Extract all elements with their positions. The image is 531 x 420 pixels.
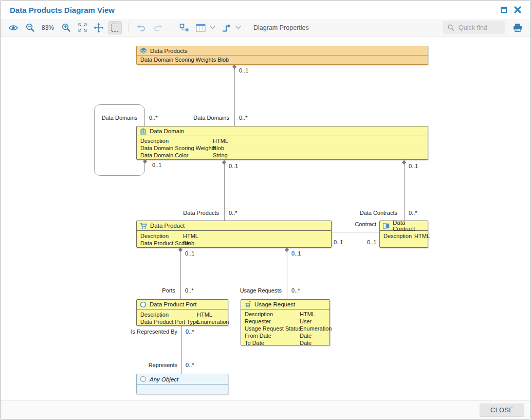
undo-button[interactable] bbox=[135, 21, 148, 34]
zoom-in-icon bbox=[61, 23, 71, 32]
entity-data-product-port[interactable]: Data Product Port DescriptionHTML Data P… bbox=[136, 299, 228, 326]
table-columns-icon bbox=[195, 23, 206, 33]
multiplicity-label: 0..* bbox=[186, 362, 194, 369]
attribute-row: RequesterUser bbox=[241, 318, 329, 325]
attribute-type: Enumeration bbox=[300, 325, 332, 332]
attribute-row: Data Domain ColorString bbox=[137, 152, 428, 159]
attribute-name: To Date bbox=[245, 340, 264, 346]
entity-data-contract[interactable]: Data Contract DescriptionHTML bbox=[379, 221, 428, 248]
attribute-type: Date bbox=[300, 332, 312, 339]
connector-domain-contract[interactable] bbox=[404, 160, 405, 221]
entity-data-product[interactable]: Data Product DescriptionHTML Data Produc… bbox=[136, 221, 332, 248]
attribute-type: Enumeration bbox=[197, 318, 229, 325]
connector-products-domain[interactable] bbox=[234, 65, 235, 126]
multiplicity-label: 0..1 bbox=[239, 67, 248, 74]
usage-cart-icon bbox=[244, 301, 251, 308]
connector-product-contract[interactable] bbox=[332, 232, 379, 232]
role-label: Data Products bbox=[168, 210, 219, 216]
empty-attribute-section bbox=[137, 385, 228, 394]
zoom-in-button[interactable] bbox=[59, 21, 72, 34]
close-window-button[interactable] bbox=[514, 6, 521, 13]
attribute-type: HTML bbox=[197, 311, 212, 318]
diagram-canvas[interactable]: 0..1 Data Domains 0..* Data Domains 0..*… bbox=[1, 36, 530, 400]
close-button[interactable]: CLOSE bbox=[480, 404, 524, 417]
entity-data-products[interactable]: Data Products Data Domain Scoring Weight… bbox=[136, 46, 428, 65]
search-icon bbox=[447, 24, 454, 31]
print-button[interactable] bbox=[511, 21, 524, 34]
multiplicity-label: 0..1 bbox=[152, 162, 161, 169]
multiplicity-label: 0..* bbox=[229, 210, 237, 216]
attribute-name: Requester bbox=[245, 318, 271, 324]
entity-title: Usage Request bbox=[254, 301, 295, 307]
attribute-name: Data Domain Color bbox=[140, 152, 189, 158]
attribute-text: Data Domain Scoring Weights Blob bbox=[140, 57, 229, 63]
attribute-type: Blob bbox=[213, 144, 224, 152]
attribute-type: User bbox=[300, 318, 312, 325]
pan-button[interactable] bbox=[92, 21, 105, 34]
diagram-toolbar: 83% bbox=[1, 19, 530, 36]
layers-icon bbox=[140, 47, 147, 54]
undo-icon bbox=[136, 23, 147, 32]
eye-icon bbox=[8, 23, 19, 33]
zoom-out-button[interactable] bbox=[23, 21, 36, 34]
attribute-type: HTML bbox=[300, 311, 315, 318]
connector-product-port[interactable] bbox=[180, 248, 181, 299]
entity-any-object[interactable]: Any Object bbox=[136, 374, 228, 394]
attribute-name: Description bbox=[140, 233, 169, 239]
role-label: Data Contracts bbox=[346, 210, 397, 216]
building-icon bbox=[140, 128, 147, 135]
close-icon bbox=[514, 6, 521, 13]
attribute-type: HTML bbox=[213, 137, 228, 144]
role-label: Usage Requests bbox=[235, 287, 282, 294]
quick-find-box[interactable] bbox=[443, 21, 505, 34]
role-label: Data Domains bbox=[94, 115, 145, 121]
dialog-title: Data Products Diagram View bbox=[10, 6, 115, 14]
chevron-down-icon bbox=[235, 25, 241, 30]
connector-domain-product[interactable] bbox=[224, 160, 225, 221]
connector-product-usage[interactable] bbox=[287, 248, 287, 299]
attribute-type: HTML bbox=[414, 233, 430, 239]
attribute-name: Data Product Port Type bbox=[140, 319, 199, 325]
attribute-row: DescriptionHTML bbox=[137, 137, 428, 144]
diagram-properties-button[interactable]: Diagram Properties bbox=[253, 24, 309, 31]
attribute-row: Data Product ScoreBlob bbox=[137, 240, 331, 247]
title-bar: Data Products Diagram View bbox=[1, 1, 530, 19]
table-view-dropdown[interactable] bbox=[208, 21, 216, 34]
composition-diamond bbox=[285, 248, 289, 252]
layout-icon bbox=[179, 23, 189, 33]
entity-title: Any Object bbox=[150, 376, 178, 382]
view-button[interactable] bbox=[7, 21, 20, 34]
composition-diamond bbox=[402, 160, 406, 165]
toolbar-divider bbox=[171, 23, 171, 33]
composition-diamond bbox=[232, 65, 236, 69]
role-label: Is Represented By bbox=[127, 328, 177, 335]
marquee-selection-icon bbox=[111, 24, 119, 32]
any-object-circle-icon bbox=[140, 376, 147, 382]
entity-title: Data Products bbox=[150, 48, 188, 54]
entity-usage-request[interactable]: Usage Request DescriptionHTML RequesterU… bbox=[241, 299, 330, 345]
connector-style-dropdown[interactable] bbox=[234, 21, 242, 34]
connector-port-anyobject[interactable] bbox=[181, 326, 182, 374]
attribute-name: Data Product Score bbox=[140, 240, 190, 246]
maximize-button[interactable] bbox=[501, 7, 507, 13]
multiplicity-label: 0..* bbox=[185, 287, 194, 294]
attribute-name: Usage Request Status bbox=[245, 325, 301, 332]
diagram-view-dialog: Data Products Diagram View 83% bbox=[0, 0, 531, 420]
dialog-footer: CLOSE bbox=[1, 400, 530, 419]
entity-data-domain[interactable]: Data Domain DescriptionHTML Data Domain … bbox=[136, 126, 428, 160]
quick-find-input[interactable] bbox=[457, 24, 501, 32]
chevron-down-icon bbox=[210, 25, 215, 30]
table-view-button[interactable] bbox=[194, 21, 207, 34]
multiplicity-label: 0..* bbox=[291, 287, 300, 294]
pan-move-icon bbox=[94, 23, 104, 33]
redo-button[interactable] bbox=[151, 21, 164, 34]
attribute-name: From Date bbox=[245, 333, 271, 339]
connector-style-button[interactable] bbox=[219, 21, 233, 34]
multiplicity-label: 0..* bbox=[149, 115, 158, 121]
fit-to-window-button[interactable] bbox=[76, 21, 89, 34]
auto-layout-button[interactable] bbox=[177, 21, 191, 34]
select-marquee-button[interactable] bbox=[108, 21, 122, 34]
attribute-row: To DateDate bbox=[241, 339, 329, 346]
role-label: Represents bbox=[127, 362, 177, 369]
attribute-row: DescriptionHTML bbox=[137, 311, 228, 318]
